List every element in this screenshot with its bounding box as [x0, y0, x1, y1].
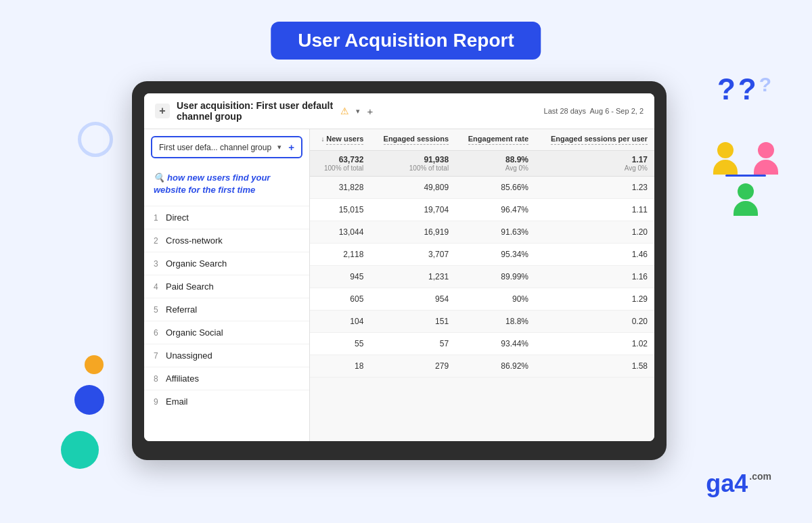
warning-icon: ⚠	[340, 106, 349, 116]
decorative-circle-blue-outline	[78, 122, 113, 157]
table-row[interactable]: 55 57 93.44% 1.02	[310, 333, 654, 355]
cell-engaged-sessions: 57	[370, 333, 455, 355]
table-row[interactable]: 605 954 90% 1.29	[310, 288, 654, 311]
people-decoration	[713, 142, 778, 216]
date-range-label: Last 28 days Aug 6 - Sep 2, 2	[544, 107, 644, 115]
totals-engaged-sessions-val: 91,938	[377, 155, 449, 164]
totals-engaged-per-user-val: 1.17	[542, 155, 648, 164]
cell-new-users: 2,118	[310, 244, 370, 266]
cell-engaged-sessions: 151	[370, 311, 455, 333]
cell-engagement-rate: 95.34%	[455, 244, 535, 266]
totals-engagement-rate: 88.9% Avg 0%	[455, 151, 535, 177]
col-engaged-per-user-label[interactable]: Engaged sessions per user	[551, 135, 648, 145]
sort-arrow: ↓	[321, 135, 327, 143]
table-row[interactable]: 945 1,231 89.99% 1.16	[310, 266, 654, 288]
col-engagement-rate-label[interactable]: Engagement rate	[468, 135, 528, 145]
decorative-circle-dark-blue	[74, 385, 104, 415]
qmark-1: ?	[717, 74, 736, 104]
col-new-users-label[interactable]: New users	[326, 135, 363, 145]
row-label: Referral	[166, 304, 300, 315]
channel-row[interactable]: 6 Organic Social	[144, 321, 309, 344]
row-label: Organic Social	[166, 327, 300, 338]
date-range-text: Aug 6 - Sep 2, 2	[590, 107, 644, 115]
data-table-wrapper: ↓ New users Engaged sessions Engagement …	[310, 129, 654, 441]
cell-engaged-sessions: 49,809	[370, 177, 455, 199]
dimension-selector[interactable]: First user defa... channel group ▾ +	[151, 136, 302, 158]
cell-new-users: 18	[310, 355, 370, 378]
cell-engaged-per-user: 1.20	[535, 221, 654, 244]
ga4-text: ga4	[706, 470, 748, 497]
cell-engaged-per-user: 1.11	[535, 199, 654, 221]
channel-row[interactable]: 2 Cross-network	[144, 229, 309, 252]
channel-row[interactable]: 3 Organic Search	[144, 252, 309, 275]
person-yellow-head	[717, 142, 734, 158]
explanation-text: 🔍how new users find your website for the…	[154, 173, 270, 195]
row-label: Affiliates	[166, 373, 300, 384]
ga4-logo: ga4.com	[706, 472, 771, 496]
add-panel-button[interactable]: +	[155, 104, 170, 118]
cell-engaged-per-user: 1.58	[535, 355, 654, 378]
totals-engagement-rate-val: 88.9%	[462, 155, 528, 164]
person-pink	[754, 142, 778, 175]
cell-engagement-rate: 90%	[455, 288, 535, 311]
person-green	[734, 183, 758, 216]
cell-new-users: 55	[310, 333, 370, 355]
cell-engaged-per-user: 1.46	[535, 244, 654, 266]
totals-engaged-per-user-sub: Avg 0%	[542, 164, 648, 172]
cell-engagement-rate: 18.8%	[455, 311, 535, 333]
row-number: 5	[154, 305, 166, 315]
person-pink-body	[754, 160, 778, 175]
date-label-text: Last 28 days	[544, 107, 586, 115]
dimension-add-button[interactable]: +	[288, 141, 294, 153]
cell-engaged-per-user: 1.16	[535, 266, 654, 288]
report-dropdown-arrow[interactable]: ▾	[356, 107, 360, 116]
cell-engaged-per-user: 0.20	[535, 311, 654, 333]
page-title: User Acquisition Report	[298, 30, 514, 51]
row-number: 3	[154, 259, 166, 269]
channel-row[interactable]: 1 Direct	[144, 206, 309, 229]
row-label: Unassigned	[166, 350, 300, 361]
col-engaged-sessions: Engaged sessions	[370, 129, 455, 151]
cell-new-users: 13,044	[310, 221, 370, 244]
dimension-dropdown-arrow[interactable]: ▾	[277, 143, 281, 152]
decorative-circle-orange	[85, 355, 104, 374]
cell-engagement-rate: 96.47%	[455, 199, 535, 221]
row-label: Direct	[166, 212, 300, 223]
channel-row[interactable]: 5 Referral	[144, 298, 309, 321]
table-row[interactable]: 13,044 16,919 91.63% 1.20	[310, 221, 654, 244]
channel-row[interactable]: 9 Email	[144, 390, 309, 413]
totals-engagement-rate-sub: Avg 0%	[462, 164, 528, 172]
table-row[interactable]: 15,015 19,704 96.47% 1.11	[310, 199, 654, 221]
cell-engaged-per-user: 1.02	[535, 333, 654, 355]
channel-row[interactable]: 4 Paid Search	[144, 275, 309, 298]
totals-new-users-sub: 100% of total	[317, 164, 363, 172]
totals-row: 63,732 100% of total 91,938 100% of tota…	[310, 151, 654, 177]
report-title: User acquisition: First user default cha…	[177, 100, 334, 122]
row-label: Cross-network	[166, 235, 300, 246]
cell-engaged-sessions: 19,704	[370, 199, 455, 221]
report-header: + User acquisition: First user default c…	[144, 93, 654, 129]
channel-row[interactable]: 8 Affiliates	[144, 367, 309, 390]
dimension-selector-icons: ▾ +	[277, 141, 294, 153]
dimension-selector-label: First user defa... channel group	[159, 143, 271, 152]
add-metric-button[interactable]: +	[367, 106, 373, 117]
cell-engaged-sessions: 1,231	[370, 266, 455, 288]
channel-row[interactable]: 7 Unassigned	[144, 344, 309, 367]
row-number: 7	[154, 351, 166, 361]
table-row[interactable]: 2,118 3,707 95.34% 1.46	[310, 244, 654, 266]
table-row[interactable]: 104 151 18.8% 0.20	[310, 311, 654, 333]
cell-engaged-per-user: 1.29	[535, 288, 654, 311]
table-row[interactable]: 31,828 49,809 85.66% 1.23	[310, 177, 654, 199]
cell-new-users: 31,828	[310, 177, 370, 199]
cell-engagement-rate: 86.92%	[455, 355, 535, 378]
table-row[interactable]: 18 279 86.92% 1.58	[310, 355, 654, 378]
cell-engaged-sessions: 954	[370, 288, 455, 311]
data-table: ↓ New users Engaged sessions Engagement …	[310, 129, 654, 378]
page-title-banner: User Acquisition Report	[271, 22, 541, 60]
col-new-users: ↓ New users	[310, 129, 370, 151]
col-engaged-sessions-label[interactable]: Engaged sessions	[384, 135, 449, 145]
row-number: 8	[154, 374, 166, 384]
cell-engaged-per-user: 1.23	[535, 177, 654, 199]
col-engaged-per-user: Engaged sessions per user	[535, 129, 654, 151]
totals-engaged-sessions-sub: 100% of total	[377, 164, 449, 172]
